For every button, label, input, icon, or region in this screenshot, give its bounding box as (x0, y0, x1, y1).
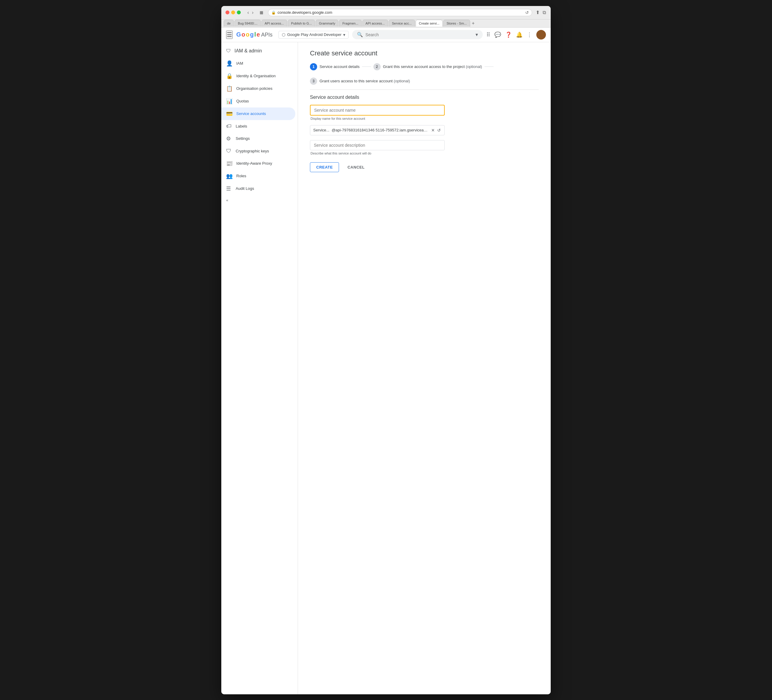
tab-stores[interactable]: Stores - Sm... (443, 20, 470, 27)
title-bar: ‹ › ▦ 🔒 console.developers.google.com ↺ … (221, 6, 551, 20)
form-actions: CREATE CANCEL (310, 162, 539, 172)
search-bar[interactable]: 🔍 ▾ (352, 30, 483, 39)
tab-api-access-2[interactable]: API access... (362, 20, 388, 27)
sidebar-item-service-accounts[interactable]: 💳 Service accounts (221, 108, 295, 120)
project-selector[interactable]: ⬡ Google Play Android Developer ▾ (278, 31, 348, 39)
header-actions: ⠿ 💬 ❓ 🔔 ⋮ (486, 30, 546, 39)
apps-grid-button[interactable]: ⠿ (486, 31, 490, 38)
step-3-row: 3 Grant users access to this service acc… (310, 78, 539, 85)
back-button[interactable]: ‹ (246, 9, 250, 16)
tab-view-button[interactable]: ▦ (258, 10, 265, 15)
lock-icon: 🔒 (271, 10, 276, 15)
tab-fragment[interactable]: Fragmen... (339, 20, 361, 27)
hamburger-menu-button[interactable]: ☰ (226, 31, 233, 39)
labels-icon: 🏷 (226, 123, 232, 129)
identity-icon: 🔒 (226, 73, 233, 79)
email-clear-button[interactable]: ✕ (431, 128, 435, 132)
sidebar-item-settings[interactable]: ⚙ Settings (221, 132, 295, 145)
chat-button[interactable]: 💬 (494, 31, 501, 38)
app-header: ☰ Google APIs ⬡ Google Play Android Deve… (221, 28, 551, 42)
service-account-email-field: Service... @api-797683161841346 5116-759… (310, 125, 539, 135)
email-refresh-button[interactable]: ↺ (437, 128, 442, 132)
project-name: Google Play Android Developer (287, 32, 341, 37)
tab-de[interactable]: de (224, 20, 234, 27)
audit-logs-icon: ☰ (226, 185, 232, 192)
iam-icon: 👤 (226, 60, 233, 67)
add-tab-button[interactable]: + (471, 20, 476, 27)
address-text: console.developers.google.com (278, 10, 523, 15)
address-bar[interactable]: 🔒 console.developers.google.com ↺ (268, 9, 532, 16)
sidebar-label-org-policies: Organisation policies (236, 86, 273, 91)
identity-proxy-icon: 📰 (226, 160, 233, 167)
toolbar-actions: ⬆ ⧉ (535, 9, 546, 16)
sidebar-label-roles: Roles (236, 173, 246, 178)
sidebar-label-labels: Labels (236, 124, 247, 128)
page-title: Create service account (310, 49, 539, 57)
window-controls (226, 10, 241, 15)
google-logo: Google APIs (236, 31, 273, 38)
step-3-optional: (optional) (394, 79, 410, 83)
tab-grammarly[interactable]: Grammarly (316, 20, 339, 27)
reload-button[interactable]: ↺ (525, 10, 529, 15)
service-account-name-input[interactable] (310, 105, 445, 116)
step-3-circle: 3 (310, 78, 317, 85)
search-icon: 🔍 (357, 32, 363, 38)
project-dropdown-icon: ▾ (343, 32, 345, 37)
sidebar-label-audit-logs: Audit Logs (236, 186, 254, 191)
tab-service-acc[interactable]: Service acc... (389, 20, 415, 27)
help-button[interactable]: ❓ (505, 31, 512, 38)
service-account-description-field: Describe what this service account will … (310, 140, 539, 155)
tab-publish[interactable]: Publish to G... (288, 20, 315, 27)
sidebar-item-quotas[interactable]: 📊 Quotas (221, 95, 295, 108)
avatar[interactable] (536, 30, 546, 39)
minimize-button[interactable] (231, 10, 235, 15)
service-account-description-hint: Describe what this service account will … (310, 152, 539, 155)
tab-bug[interactable]: Bug 59400:... (234, 20, 260, 27)
tab-create-service[interactable]: Create servi... (415, 20, 443, 27)
sidebar-header: 🛡 IAM & admin (221, 44, 298, 57)
section-title: Service account details (310, 95, 539, 100)
quotas-icon: 📊 (226, 98, 233, 105)
step-3-label: Grant users access to this service accou… (319, 79, 410, 83)
sidebar-item-labels[interactable]: 🏷 Labels (221, 120, 295, 132)
sidebar-item-identity-org[interactable]: 🔒 Identity & Organisation (221, 70, 295, 82)
collapse-arrow-icon: « (226, 198, 228, 203)
sidebar-item-audit-logs[interactable]: ☰ Audit Logs (221, 182, 295, 195)
notifications-button[interactable]: 🔔 (516, 31, 523, 38)
sidebar-item-identity-proxy[interactable]: 📰 Identity-Aware Proxy (221, 157, 295, 170)
apis-label: APIs (261, 32, 273, 38)
step-2-circle: 2 (373, 63, 381, 70)
settings-icon: ⚙ (226, 135, 232, 142)
step-2-label: Grant this service account access to the… (383, 64, 482, 69)
sidebar-label-identity-proxy: Identity-Aware Proxy (236, 161, 272, 165)
search-dropdown-icon[interactable]: ▾ (476, 32, 478, 38)
sidebar-label-service-accounts: Service accounts (236, 111, 266, 116)
sidebar-item-iam[interactable]: 👤 IAM (221, 57, 295, 70)
main-content: Create service account 1 Service account… (298, 42, 551, 694)
service-account-description-input[interactable] (310, 140, 445, 150)
sidebar-title: IAM & admin (234, 48, 262, 54)
sidebar-item-crypto-keys[interactable]: 🛡 Cryptographic keys (221, 145, 295, 157)
search-input[interactable] (365, 32, 473, 37)
step-1-label: Service account details (319, 64, 360, 69)
step-1-circle: 1 (310, 63, 317, 70)
stepper: 1 Service account details 2 Grant this s… (310, 63, 539, 70)
sidebar-item-roles[interactable]: 👥 Roles (221, 170, 295, 182)
crypto-keys-icon: 🛡 (226, 148, 232, 154)
sidebar-label-crypto-keys: Cryptographic keys (236, 149, 269, 153)
sidebar-item-org-policies[interactable]: 📋 Organisation policies (221, 82, 295, 95)
forward-button[interactable]: › (251, 9, 255, 16)
service-account-name-hint: Display name for this service account (310, 117, 539, 120)
more-options-button[interactable]: ⋮ (527, 31, 532, 38)
close-button[interactable] (226, 10, 229, 15)
cancel-button[interactable]: CANCEL (341, 163, 370, 172)
email-field-wrap: Service... @api-797683161841346 5116-759… (310, 125, 445, 135)
maximize-button[interactable] (237, 10, 241, 15)
sidebar-collapse-button[interactable]: « (221, 195, 298, 205)
sidebar-label-settings: Settings (236, 136, 250, 141)
tab-api-access-1[interactable]: API access... (262, 20, 287, 27)
create-button[interactable]: CREATE (310, 162, 339, 172)
tabs-bar: de Bug 59400:... API access... Publish t… (221, 20, 551, 28)
new-tab-action-button[interactable]: ⧉ (542, 9, 546, 16)
share-button[interactable]: ⬆ (535, 9, 540, 16)
